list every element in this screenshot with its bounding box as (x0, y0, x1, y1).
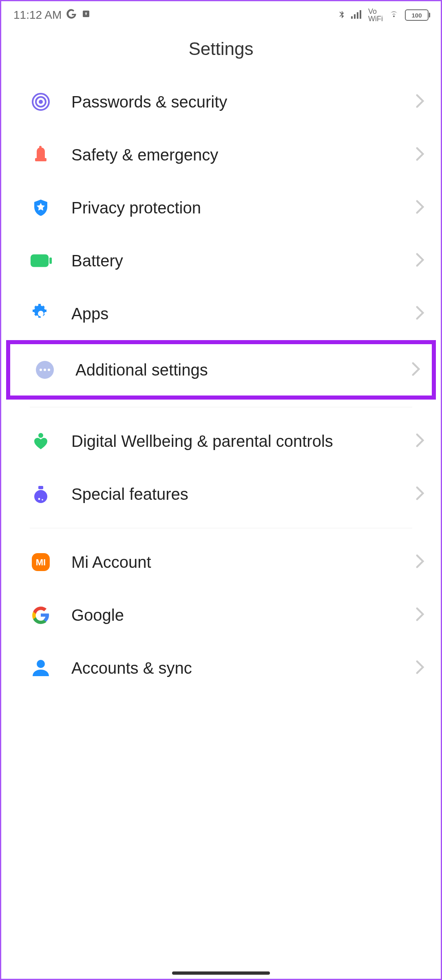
page-title: Settings (1, 27, 441, 75)
svg-point-12 (38, 311, 44, 316)
setting-label: Passwords & security (71, 91, 396, 112)
wifi-icon (388, 9, 400, 22)
shield-icon (30, 197, 52, 219)
setting-label: Safety & emergency (71, 144, 396, 165)
phone-screen: 11:12 AM VoWiFi 100 Settings (0, 0, 442, 980)
chevron-right-icon (415, 660, 424, 676)
chevron-right-icon (415, 147, 424, 163)
svg-text:MI: MI (36, 557, 46, 567)
setting-item-safety-emergency[interactable]: Safety & emergency (1, 128, 441, 181)
divider (30, 407, 412, 407)
svg-rect-18 (38, 486, 43, 489)
chevron-right-icon (415, 486, 424, 502)
siren-icon (30, 144, 52, 166)
chevron-right-icon (415, 433, 424, 449)
svg-point-21 (42, 499, 43, 501)
svg-point-15 (44, 369, 46, 371)
setting-label: Apps (71, 303, 396, 324)
status-bar: 11:12 AM VoWiFi 100 (1, 1, 441, 27)
setting-label: Digital Wellbeing & parental controls (71, 431, 396, 452)
setting-label: Battery (71, 250, 396, 271)
status-left: 11:12 AM (13, 8, 91, 22)
status-right: VoWiFi 100 (337, 8, 429, 22)
svg-rect-11 (49, 257, 52, 264)
setting-item-apps[interactable]: Apps (1, 287, 441, 340)
setting-item-privacy-protection[interactable]: Privacy protection (1, 181, 441, 234)
mi-icon: MI (30, 551, 52, 573)
battery-icon (30, 250, 52, 272)
dots-icon (34, 359, 56, 381)
chevron-right-icon (415, 94, 424, 110)
setting-item-passwords-security[interactable]: Passwords & security (1, 75, 441, 128)
setting-label: Accounts & sync (71, 657, 396, 679)
highlight-box: Additional settings (6, 340, 436, 400)
chevron-right-icon (415, 554, 424, 570)
setting-label: Additional settings (75, 359, 392, 380)
person-icon (30, 657, 52, 679)
chevron-right-icon (415, 253, 424, 269)
status-time: 11:12 AM (13, 9, 62, 22)
svg-point-17 (38, 433, 43, 438)
svg-rect-4 (360, 10, 361, 19)
heart-person-icon (30, 430, 52, 452)
chevron-right-icon (415, 607, 424, 623)
flask-icon (30, 483, 52, 505)
google-icon (66, 8, 77, 22)
bluetooth-icon (337, 8, 346, 22)
gear-icon (30, 303, 52, 325)
battery-icon: 100 (405, 9, 429, 21)
svg-rect-8 (35, 158, 46, 161)
svg-rect-2 (354, 14, 356, 19)
google-icon (30, 604, 52, 626)
svg-rect-3 (357, 12, 358, 19)
svg-point-7 (39, 100, 43, 104)
fingerprint-icon (30, 91, 52, 113)
svg-point-16 (48, 369, 50, 371)
upload-icon (81, 9, 91, 22)
setting-item-mi-account[interactable]: MI Mi Account (1, 536, 441, 589)
chevron-right-icon (415, 305, 424, 322)
svg-rect-9 (39, 146, 42, 148)
setting-item-special-features[interactable]: Special features (1, 468, 441, 521)
setting-item-battery[interactable]: Battery (1, 234, 441, 287)
svg-point-19 (34, 490, 47, 503)
setting-item-additional-settings[interactable]: Additional settings (1, 340, 441, 400)
svg-point-14 (40, 369, 42, 371)
svg-point-24 (37, 660, 45, 668)
chevron-right-icon (415, 200, 424, 216)
setting-label: Privacy protection (71, 197, 396, 218)
chevron-right-icon (411, 362, 420, 378)
vowifi-icon: VoWiFi (368, 8, 383, 22)
setting-item-digital-wellbeing[interactable]: Digital Wellbeing & parental controls (1, 415, 441, 468)
setting-item-accounts-sync[interactable]: Accounts & sync (1, 642, 441, 694)
settings-list: Passwords & security Safety & emergency … (1, 75, 441, 694)
svg-rect-10 (31, 255, 49, 267)
setting-label: Special features (71, 483, 396, 505)
setting-item-google[interactable]: Google (1, 589, 441, 642)
home-indicator[interactable] (172, 971, 270, 975)
setting-label: Google (71, 604, 396, 626)
setting-label: Mi Account (71, 552, 396, 573)
signal-icon (351, 9, 363, 22)
divider (30, 528, 412, 528)
svg-point-20 (38, 498, 40, 500)
svg-rect-1 (351, 16, 353, 19)
